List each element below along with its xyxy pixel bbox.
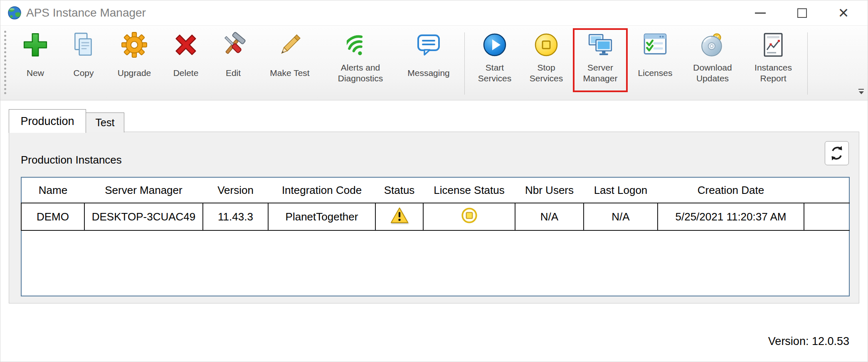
column-header-integration-code[interactable]: Integration Code	[268, 177, 375, 203]
toolbar-button-label: Edit	[226, 61, 241, 86]
toolbar-button-stop-services[interactable]: Stop Services	[525, 29, 567, 86]
column-header-version[interactable]: Version	[203, 177, 268, 203]
toolbar-button-label: Licenses	[638, 61, 673, 86]
cell-license-status[interactable]	[423, 203, 515, 230]
toolbar-button-label: Server Manager	[577, 61, 624, 86]
toolbar-separator	[807, 32, 808, 95]
start-services-play-icon	[481, 29, 508, 61]
server-manager-icon	[587, 29, 614, 61]
toolbar-button-start-services[interactable]: Start Services	[474, 29, 515, 86]
download-updates-disc-icon	[699, 29, 726, 61]
refresh-button[interactable]	[825, 141, 849, 165]
toolbar-button-download-updates[interactable]: Download Updates	[687, 29, 738, 86]
toolbar-button-label: New	[27, 61, 44, 86]
refresh-icon	[829, 145, 845, 161]
column-header-name[interactable]: Name	[21, 177, 84, 203]
toolbar-items: New Copy	[11, 29, 849, 95]
tab-label: Production	[20, 115, 74, 128]
messaging-bubble-icon	[415, 29, 442, 61]
instances-grid: Name Server Manager Version Integration …	[21, 177, 847, 296]
maximize-button[interactable]	[781, 0, 823, 25]
cell-version[interactable]: 11.43.3	[203, 203, 268, 230]
grid-header-row: Name Server Manager Version Integration …	[21, 177, 849, 203]
window-title: APS Instance Manager	[26, 0, 146, 25]
toolbar-button-label: Download Updates	[687, 61, 738, 86]
column-header-license-status[interactable]: License Status	[423, 177, 515, 203]
maximize-icon	[797, 8, 807, 18]
cell-empty[interactable]	[804, 203, 849, 230]
cell-nbr-users[interactable]: N/A	[515, 203, 584, 230]
toolbar-button-label: Make Test	[270, 61, 309, 86]
minimize-icon	[755, 12, 766, 14]
toolbar-button-label: Upgrade	[118, 61, 151, 86]
tab-strip: Production Test	[9, 108, 124, 132]
toolbar-button-label: Start Services	[474, 61, 515, 86]
toolbar-button-alerts-diagnostics[interactable]: Alerts and Diagnostics	[329, 29, 392, 86]
cell-status[interactable]	[375, 203, 423, 230]
column-header-last-logon[interactable]: Last Logon	[584, 177, 658, 203]
close-button[interactable]: ×	[823, 0, 864, 25]
make-test-pencil-icon	[276, 29, 303, 61]
toolbar-overflow-icon	[858, 89, 864, 90]
tab-test[interactable]: Test	[86, 113, 124, 132]
toolbar-button-label: Messaging	[407, 61, 450, 86]
toolbar-button-messaging[interactable]: Messaging	[402, 29, 455, 86]
delete-x-icon	[173, 29, 199, 61]
tab-label: Test	[96, 117, 115, 129]
window-controls: ×	[740, 0, 864, 25]
column-header-nbr-users[interactable]: Nbr Users	[515, 177, 584, 203]
alerts-signal-icon	[347, 29, 374, 61]
production-tab-page: Production Instances Name Serve	[9, 132, 859, 303]
table-row: DEMO DESKTOP-3CUAC49 11.43.3 PlanetToget…	[21, 203, 849, 230]
cell-name[interactable]: DEMO	[21, 203, 84, 230]
panel-title: Production Instances	[21, 154, 122, 166]
column-header-status[interactable]: Status	[375, 177, 423, 203]
toolbar-button-copy[interactable]: Copy	[64, 29, 103, 86]
cell-creation-date[interactable]: 5/25/2021 11:20:37 AM	[658, 203, 804, 230]
grid-empty-area	[21, 230, 849, 296]
toolbar-button-label: Delete	[173, 61, 199, 86]
minimize-button[interactable]	[740, 0, 781, 25]
app-version-label: Version: 12.0.53	[768, 335, 849, 348]
cell-last-logon[interactable]: N/A	[584, 203, 658, 230]
globe-app-icon	[7, 5, 22, 20]
column-header-empty	[804, 177, 849, 203]
toolbar-button-licenses[interactable]: Licenses	[634, 29, 677, 86]
stop-services-icon	[533, 29, 560, 61]
instances-report-icon	[760, 29, 787, 61]
app-window: APS Instance Manager × New	[0, 0, 868, 362]
cell-integration-code[interactable]: PlanetTogether	[268, 203, 375, 230]
title-bar: APS Instance Manager ×	[0, 0, 868, 25]
copy-icon	[70, 29, 97, 61]
toolbar-button-server-manager[interactable]: Server Manager	[577, 29, 624, 86]
chevron-down-icon	[859, 91, 864, 94]
column-header-server-manager[interactable]: Server Manager	[84, 177, 203, 203]
toolbar-button-upgrade[interactable]: Upgrade	[113, 29, 156, 86]
toolbar-button-label: Instances Report	[748, 61, 798, 86]
toolbar-button-make-test[interactable]: Make Test	[261, 29, 319, 86]
licenses-icon	[641, 29, 669, 61]
toolbar-button-instances-report[interactable]: Instances Report	[748, 29, 798, 86]
toolbar-button-label: Alerts and Diagnostics	[329, 61, 392, 86]
main-toolbar: New Copy	[0, 25, 868, 100]
edit-tools-icon	[219, 29, 247, 61]
new-plus-icon	[22, 29, 49, 61]
toolbar-button-label: Copy	[73, 61, 94, 86]
cell-server-manager[interactable]: DESKTOP-3CUAC49	[84, 203, 203, 230]
upgrade-gear-icon	[121, 29, 148, 61]
column-header-creation-date[interactable]: Creation Date	[658, 177, 804, 203]
toolbar-button-delete[interactable]: Delete	[166, 29, 206, 86]
toolbar-separator	[464, 32, 465, 95]
toolbar-grip[interactable]	[4, 31, 7, 94]
stop-circle-icon	[461, 207, 478, 224]
toolbar-button-new[interactable]: New	[16, 29, 54, 86]
tab-production[interactable]: Production	[9, 109, 86, 133]
toolbar-button-label: Stop Services	[525, 61, 567, 86]
close-icon: ×	[838, 4, 849, 22]
toolbar-overflow-button[interactable]	[858, 89, 864, 94]
toolbar-button-edit[interactable]: Edit	[216, 29, 251, 86]
warning-icon	[390, 206, 409, 225]
